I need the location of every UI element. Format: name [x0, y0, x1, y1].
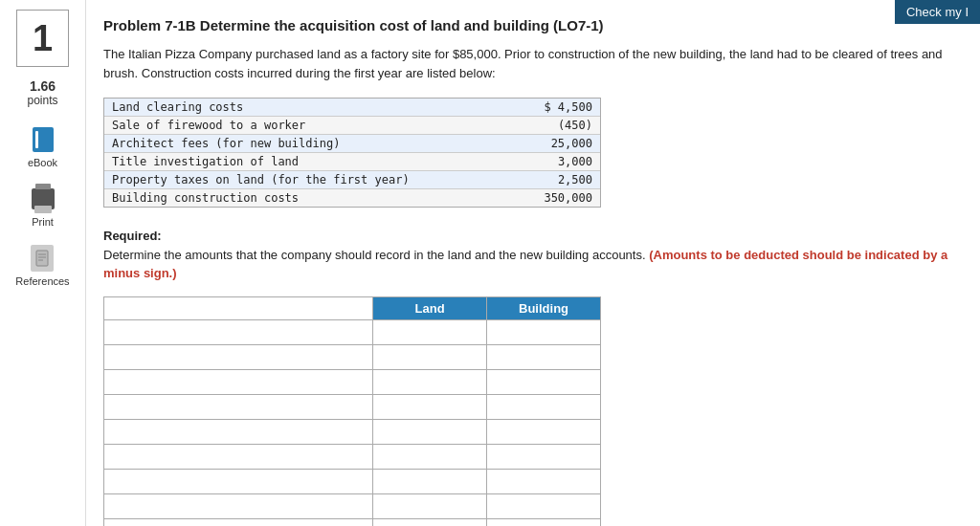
table-row — [104, 444, 601, 469]
main-layout: 1 1.66 points eBook Print — [0, 0, 980, 526]
ebook-icon — [28, 124, 58, 155]
answer-building-1[interactable] — [493, 350, 594, 364]
table-header-row: Land Building — [104, 296, 601, 319]
cost-value: 25,000 — [516, 137, 592, 150]
problem-description: The Italian Pizza Company purchased land… — [103, 45, 957, 82]
table-row — [104, 394, 601, 419]
answer-land-4[interactable] — [379, 425, 480, 439]
required-label: Required: — [103, 229, 162, 243]
totals-row: Totals — [104, 518, 601, 526]
print-icon — [28, 184, 58, 214]
answer-land-7[interactable] — [379, 499, 480, 514]
cost-label: Sale of firewood to a worker — [112, 119, 516, 132]
answer-land-1[interactable] — [379, 350, 480, 364]
cost-row: Property taxes on land (for the first ye… — [104, 171, 600, 189]
answer-description-5[interactable] — [110, 449, 367, 464]
cost-label: Title investigation of land — [112, 155, 516, 168]
ebook-tool[interactable]: eBook — [28, 124, 58, 168]
cost-row: Title investigation of land 3,000 — [104, 153, 600, 171]
references-label: References — [15, 275, 69, 287]
svg-rect-0 — [36, 251, 48, 266]
problem-title: Problem 7-1B Determine the acquisition c… — [103, 17, 957, 33]
col-header-description — [104, 296, 373, 319]
answer-building-4[interactable] — [493, 425, 594, 439]
cost-row: Architect fees (for new building) 25,000 — [104, 135, 600, 153]
cost-label: Property taxes on land (for the first ye… — [112, 173, 516, 186]
table-row — [104, 419, 601, 444]
cost-value: $ 4,500 — [516, 100, 592, 114]
answer-building-6[interactable] — [493, 474, 594, 489]
cost-value: 2,500 — [516, 173, 592, 186]
cost-value: 3,000 — [516, 155, 592, 168]
required-text: Required: Determine the amounts that the… — [103, 227, 957, 283]
cost-value: (450) — [516, 119, 592, 132]
answer-description-3[interactable] — [110, 400, 367, 414]
answer-building-5[interactable] — [493, 449, 594, 464]
col-header-building: Building — [487, 296, 601, 319]
answer-building-3[interactable] — [493, 400, 594, 414]
answer-land-3[interactable] — [379, 400, 480, 414]
table-row — [104, 493, 601, 518]
required-section: Required: Determine the amounts that the… — [103, 227, 957, 283]
points-label: points — [27, 94, 57, 107]
answer-description-1[interactable] — [110, 350, 367, 364]
totals-label: Totals — [104, 518, 373, 526]
answer-description-0[interactable] — [110, 325, 367, 340]
col-header-land: Land — [373, 296, 487, 319]
cost-label: Building construction costs — [112, 191, 516, 205]
answer-tbody: Totals — [104, 319, 601, 526]
cost-label: Architect fees (for new building) — [112, 137, 516, 150]
answer-table: Land Building Totals — [103, 296, 601, 527]
answer-land-5[interactable] — [379, 449, 480, 464]
cost-table: Land clearing costs $ 4,500 Sale of fire… — [103, 98, 601, 208]
answer-land-2[interactable] — [379, 375, 480, 389]
points-value: 1.66 — [27, 78, 57, 94]
answer-building-7[interactable] — [493, 499, 594, 514]
cost-row: Land clearing costs $ 4,500 — [104, 99, 600, 117]
table-row — [104, 369, 601, 394]
check-my-work-label: Check my I — [906, 5, 969, 19]
cost-label: Land clearing costs — [112, 100, 516, 114]
problem-number: 1 — [16, 10, 69, 67]
print-label: Print — [32, 216, 54, 228]
sidebar: 1 1.66 points eBook Print — [0, 0, 86, 526]
cost-row: Building construction costs 350,000 — [104, 189, 600, 207]
points-box: 1.66 points — [27, 78, 57, 107]
answer-description-2[interactable] — [110, 375, 367, 389]
answer-building-2[interactable] — [493, 375, 594, 389]
content-area: Problem 7-1B Determine the acquisition c… — [86, 0, 980, 526]
answer-land-6[interactable] — [379, 474, 480, 489]
answer-land-0[interactable] — [379, 325, 480, 340]
ebook-label: eBook — [28, 157, 57, 168]
table-row — [104, 344, 601, 369]
references-tool[interactable]: References — [15, 243, 69, 287]
table-row — [104, 469, 601, 493]
answer-description-4[interactable] — [110, 425, 367, 439]
answer-description-6[interactable] — [110, 474, 367, 489]
check-my-work-button[interactable]: Check my I — [895, 0, 980, 24]
cost-row: Sale of firewood to a worker (450) — [104, 117, 600, 135]
table-row — [104, 319, 601, 344]
print-tool[interactable]: Print — [28, 184, 58, 228]
required-description: Determine the amounts that the company s… — [103, 248, 646, 262]
references-icon — [27, 243, 57, 274]
cost-value: 350,000 — [516, 191, 592, 205]
answer-building-0[interactable] — [493, 325, 594, 340]
answer-description-7[interactable] — [110, 499, 367, 514]
